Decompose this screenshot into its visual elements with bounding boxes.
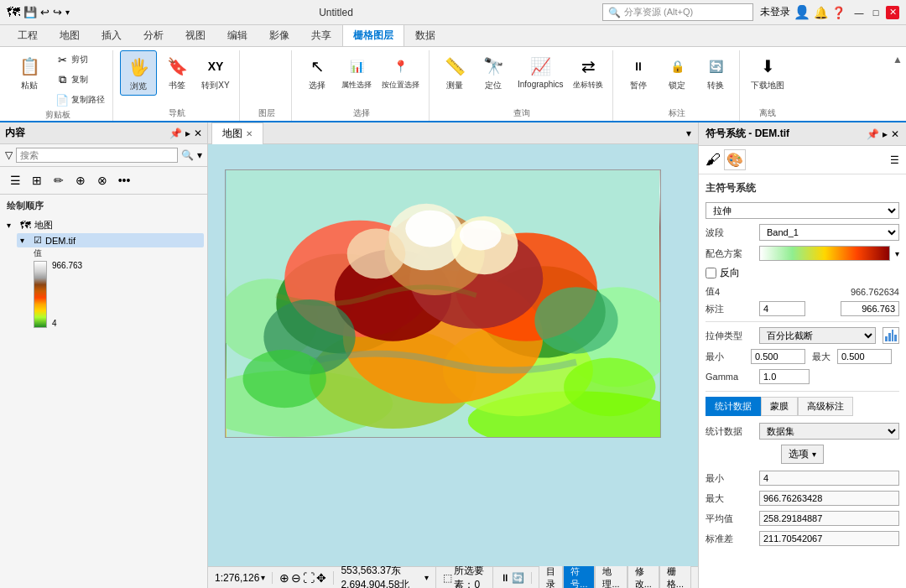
sidebar-auto-hide-icon[interactable]: ▸ — [185, 127, 190, 139]
min-stat-input[interactable] — [759, 471, 899, 486]
location-select-icon: 📍 — [388, 53, 414, 80]
tab-insert[interactable]: 插入 — [91, 24, 133, 46]
tab-data[interactable]: 数据 — [404, 24, 446, 46]
tree-item-dem[interactable]: ▾ ☑ DEM.tif — [17, 233, 204, 247]
tab-map[interactable]: 地图 — [49, 24, 91, 46]
tab-imagery[interactable]: 影像 — [258, 24, 300, 46]
cut-button[interactable]: ✂ 剪切 — [52, 50, 107, 69]
palette-icon[interactable]: 🎨 — [724, 149, 746, 170]
bottom-tab-raster[interactable]: 栅格... — [659, 563, 691, 588]
tab-analysis[interactable]: 分析 — [133, 24, 174, 46]
zoom-in-icon[interactable]: ⊕ — [279, 571, 289, 585]
tree-item-map[interactable]: ▾ 🗺 地图 — [3, 217, 204, 233]
tab-statistics[interactable]: 统计数据 — [706, 397, 761, 416]
zoom-out-icon[interactable]: ⊖ — [291, 571, 301, 585]
tab-edit[interactable]: 编辑 — [216, 24, 258, 46]
pause-status-icon[interactable]: ⏸ — [500, 572, 510, 584]
more-options-button[interactable]: ••• — [114, 170, 134, 190]
stretch-type-dropdown[interactable]: 百分比截断 — [759, 327, 876, 344]
sidebar-pin-icon[interactable]: 📌 — [169, 127, 182, 139]
minimize-button[interactable]: — — [852, 6, 866, 19]
sidebar-close-icon[interactable]: ✕ — [194, 127, 202, 139]
convert-button[interactable]: 🔄 转换 — [697, 50, 734, 94]
tab-mask[interactable]: 蒙膜 — [761, 397, 798, 416]
panel-auto-hide-icon[interactable]: ▸ — [883, 128, 888, 140]
panel-close-icon[interactable]: ✕ — [891, 128, 899, 140]
mean-input[interactable] — [759, 511, 899, 526]
user-avatar-icon[interactable]: 👤 — [794, 4, 810, 20]
delete-layer-button[interactable]: ⊗ — [92, 170, 112, 190]
band-select[interactable]: Band_1 — [759, 224, 899, 241]
std-input[interactable] — [759, 531, 899, 546]
ann-min-input[interactable] — [759, 301, 805, 316]
attr-select-button[interactable]: 📊 属性选择 — [337, 50, 376, 93]
browse-button[interactable]: 🖐 浏览 — [120, 50, 157, 96]
goto-xy-button[interactable]: XY 转到XY — [197, 50, 234, 94]
stretch-type-select[interactable]: 拉伸 — [706, 202, 899, 219]
lock-button[interactable]: 🔒 锁定 — [659, 50, 695, 94]
bottom-tab-modify[interactable]: 修改... — [627, 563, 659, 588]
copy-path-button[interactable]: 📄 复制路径 — [52, 91, 107, 109]
list-view-button[interactable]: ☰ — [5, 170, 25, 190]
close-button[interactable]: ✕ — [886, 6, 899, 19]
save-icon[interactable]: 💾 — [23, 6, 37, 18]
ann-max-input[interactable] — [841, 301, 899, 316]
tab-share[interactable]: 共享 — [300, 24, 342, 46]
brush-icon[interactable]: 🖌 — [706, 151, 721, 169]
color-scheme-dropdown[interactable]: ▾ — [895, 249, 899, 258]
color-gradient-bar[interactable] — [759, 246, 890, 261]
search-icon[interactable]: 🔍 — [181, 149, 194, 161]
edit-layer-button[interactable]: ✏ — [49, 170, 69, 190]
notification-icon[interactable]: 🔔 — [814, 6, 828, 19]
add-layer-button[interactable]: ⊕ — [70, 170, 91, 190]
bottom-tab-catalog[interactable]: 目录 — [539, 563, 563, 588]
menu-icon[interactable]: ☰ — [890, 154, 899, 166]
map-canvas[interactable] — [208, 144, 698, 566]
map-tab-close-icon[interactable]: ✕ — [246, 129, 253, 138]
coord-dropdown[interactable]: ▾ — [424, 573, 429, 582]
full-extent-icon[interactable]: ⛶ — [303, 571, 315, 585]
locate-button[interactable]: 🔭 定位 — [475, 50, 512, 94]
gamma-input[interactable] — [759, 369, 810, 384]
maximize-button[interactable]: □ — [869, 6, 883, 19]
undo-icon[interactable]: ↩ — [40, 6, 49, 18]
paste-button[interactable]: 📋 粘贴 — [8, 50, 50, 94]
download-map-button[interactable]: ⬇ 下载地图 — [747, 50, 789, 94]
search-options-icon[interactable]: ▾ — [197, 149, 202, 161]
location-select-button[interactable]: 📍 按位置选择 — [378, 50, 424, 93]
panel-pin-icon[interactable]: 📌 — [867, 128, 879, 140]
bottom-tab-symbol[interactable]: 符号... — [563, 563, 595, 588]
map-dropdown-icon[interactable]: ▾ — [683, 124, 695, 143]
stat-data-select[interactable]: 数据集 — [759, 423, 899, 440]
global-search[interactable]: 🔍 分享资源 (Alt+Q) — [602, 3, 753, 21]
pause-button[interactable]: ⏸ 暂停 — [620, 50, 657, 94]
select-button[interactable]: ↖ 选择 — [299, 50, 336, 94]
bottom-tab-geo[interactable]: 地理... — [595, 563, 627, 588]
tab-raster-layer[interactable]: 栅格图层 — [342, 24, 404, 46]
max-input[interactable] — [837, 349, 892, 364]
reverse-checkbox[interactable] — [706, 268, 716, 278]
tab-project[interactable]: 工程 — [7, 24, 49, 46]
dropdown-icon[interactable]: ▾ — [65, 8, 70, 17]
move-icon[interactable]: ✥ — [316, 571, 326, 585]
refresh-status-icon[interactable]: 🔄 — [512, 572, 524, 584]
map-tab[interactable]: 地图 ✕ — [211, 122, 263, 144]
sidebar-search-input[interactable] — [16, 148, 178, 163]
min-input[interactable] — [751, 349, 805, 364]
redo-icon[interactable]: ↪ — [53, 6, 62, 18]
coord-convert-button[interactable]: ⇄ 坐标转换 — [569, 50, 607, 93]
tab-advanced-label[interactable]: 高级标注 — [798, 397, 853, 416]
scale-dropdown[interactable]: ▾ — [261, 573, 265, 582]
help-icon[interactable]: ❓ — [831, 6, 846, 19]
ribbon-collapse[interactable]: ▲ — [893, 50, 903, 121]
copy-button[interactable]: ⧉ 复制 — [52, 70, 107, 89]
measure-button[interactable]: 📏 测量 — [436, 50, 473, 94]
tab-view[interactable]: 视图 — [174, 24, 216, 46]
infographics-button[interactable]: 📈 Infographics — [513, 50, 567, 91]
max-stat-input[interactable] — [759, 491, 899, 506]
column-view-button[interactable]: ⊞ — [27, 170, 47, 190]
bookmark-button[interactable]: 🔖 书签 — [159, 50, 195, 94]
select-options-button[interactable]: 选项 ▾ — [781, 445, 824, 464]
histogram-icon[interactable] — [883, 327, 899, 344]
dem-checkbox[interactable]: ☑ — [34, 235, 42, 246]
